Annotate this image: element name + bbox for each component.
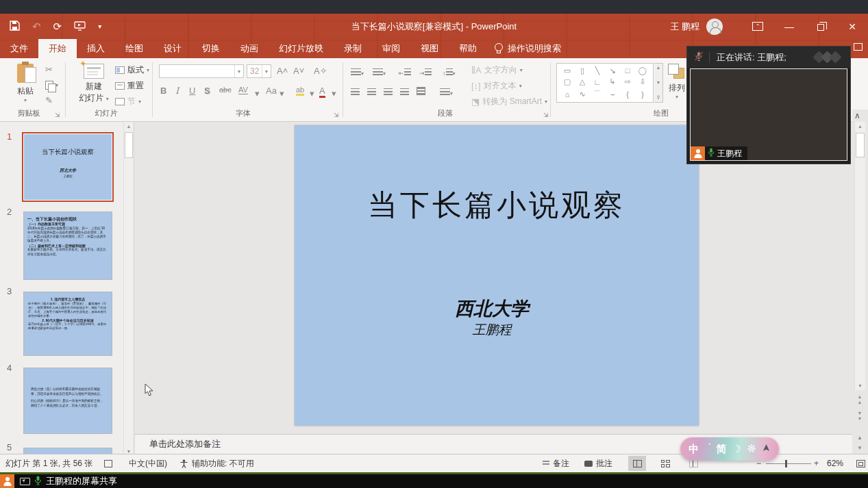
layout-button[interactable]: 版式▾ [115, 64, 149, 76]
highlight-color-dropdown[interactable]: ▾ [310, 88, 314, 99]
scroll-up-icon[interactable]: ▲ [855, 124, 865, 129]
ime-mode-chinese[interactable]: 中 [689, 443, 699, 456]
customize-qat-icon[interactable]: ▾ [98, 23, 101, 30]
shape-vertical-textbox-icon[interactable]: ▯ [580, 66, 584, 75]
copy-button[interactable]: ▾ [45, 81, 58, 90]
highlight-color-button[interactable]: ab [296, 86, 304, 96]
tab-help[interactable]: 帮助 [449, 39, 487, 58]
format-painter-button[interactable]: ✎ [45, 96, 53, 105]
theme-icon[interactable] [104, 454, 112, 472]
zoom-slider[interactable] [766, 463, 811, 464]
align-center-button[interactable] [367, 86, 376, 98]
slide-author-text[interactable]: 王鹏程 [295, 321, 689, 339]
paragraph-dialog-launcher[interactable]: ⇲ [543, 112, 549, 118]
grow-font-button[interactable]: A˄ [277, 66, 288, 76]
increase-indent-button[interactable]: ⇥ [419, 66, 432, 78]
restore-button[interactable] [805, 14, 836, 39]
redo-icon[interactable]: ⟳ [53, 21, 62, 31]
font-dialog-launcher[interactable]: ⇲ [334, 112, 339, 118]
shape-freeform-icon[interactable]: ⌂ [565, 90, 570, 99]
notes-scroll-up[interactable]: ▲ [854, 435, 865, 441]
next-slide-button[interactable]: ▼▼ [854, 411, 865, 421]
align-right-button[interactable] [384, 86, 393, 98]
shapes-gallery[interactable]: ▭ ▯ ╲ ↘ □ ◯ ▢ △ ∟ ↳ ⇨ ⇩ ⌂ ∿ ⌒ ⌣ { } [556, 63, 654, 103]
ime-settings-gear-icon[interactable] [747, 444, 756, 455]
ime-toolbar[interactable]: 中 ゜ 简 ☽ [680, 437, 779, 461]
slide-counter[interactable]: 幻灯片 第 1 张, 共 56 张 [5, 454, 92, 472]
slide-thumbnail-4[interactable]: 周恺才的《苔》以桥镇和重庆两种坐标交织开展叙事，浮现辛亥革命前后巴蜀风云与迥然不… [24, 368, 112, 433]
ribbon-display-options-icon[interactable]: ⌃ [742, 14, 773, 39]
arrange-button[interactable]: 排列 ▾ [663, 64, 691, 100]
bold-button[interactable]: B [160, 86, 166, 96]
ime-simplified[interactable]: 简 [716, 443, 726, 456]
save-icon[interactable] [10, 21, 20, 32]
slide-thumbnail-1[interactable]: 当下长篇小说观察 西北大学 王鹏程 [24, 134, 112, 200]
zoom-level[interactable]: 62% [827, 454, 843, 472]
italic-button[interactable]: I [175, 86, 179, 96]
shape-oval-icon[interactable]: ◯ [638, 66, 647, 75]
bullets-button[interactable]: ▾ [351, 66, 364, 78]
tab-review[interactable]: 审阅 [372, 39, 410, 58]
shape-right-arrow-icon[interactable]: ⇨ [624, 77, 630, 86]
language-indicator[interactable]: 中文(中国) [129, 454, 167, 472]
shape-triangle-icon[interactable]: △ [580, 77, 585, 86]
main-scrollbar[interactable]: ▲ ▼ [854, 122, 865, 390]
thumbnail-scrollbar[interactable]: ▲ ▼ [123, 122, 134, 456]
tab-record[interactable]: 录制 [334, 39, 372, 58]
columns-button[interactable]: ▾ [440, 86, 453, 98]
thumbnail-scrollbar-thumb[interactable] [125, 132, 133, 158]
tab-draw[interactable]: 绘图 [115, 39, 153, 58]
align-left-button[interactable] [351, 86, 360, 98]
shape-rounded-rect-icon[interactable]: ▢ [564, 77, 571, 86]
shape-scribble-icon[interactable]: ∿ [579, 90, 585, 99]
justify-button[interactable] [400, 86, 409, 98]
account-name[interactable]: 王 鹏程 [670, 21, 699, 33]
convert-smartart-button[interactable]: ⬔转换为 SmartArt▾ [471, 96, 547, 107]
font-size-combo[interactable]: 32▾ [247, 64, 271, 78]
font-color-button[interactable]: A [319, 86, 325, 98]
previous-slide-button[interactable]: ▲▲ [854, 394, 865, 404]
shape-down-arrow-icon[interactable]: ⇩ [639, 77, 645, 86]
current-slide[interactable]: 当下长篇小说观察 西北大学 王鹏程 [295, 125, 699, 426]
slide-title-text[interactable]: 当下长篇小说观察 [295, 185, 699, 225]
align-text-button[interactable]: [↕]对齐文本▾ [471, 80, 522, 92]
comments-toggle[interactable]: 批注 [584, 454, 612, 472]
cut-button[interactable]: ✂ [45, 65, 53, 74]
tell-me-search[interactable]: 操作说明搜索 [487, 39, 568, 58]
slide-org-text[interactable]: 西北大学 [295, 296, 689, 321]
shape-rectangle-icon[interactable]: □ [625, 66, 630, 75]
clear-formatting-button[interactable]: A✧ [314, 66, 327, 76]
collapse-ribbon-icon[interactable]: ∧ [854, 111, 860, 120]
shape-line-icon[interactable]: ╲ [595, 66, 600, 75]
normal-view-button[interactable] [628, 456, 646, 471]
underline-button[interactable]: U [189, 86, 195, 96]
reset-button[interactable]: 重置 [115, 80, 144, 92]
text-direction-button[interactable]: ⫼A文字方向▾ [471, 64, 523, 76]
section-button[interactable]: 节▾ [115, 96, 141, 107]
meeting-overlay[interactable]: 正在讲话: 王鹏程; 王鹏程 [687, 47, 850, 164]
numbering-button[interactable]: ▾ [373, 66, 386, 78]
shape-right-brace-icon[interactable]: } [641, 90, 644, 99]
line-spacing-button[interactable]: ↕▾ [443, 66, 456, 78]
shape-left-brace-icon[interactable]: { [626, 90, 629, 99]
meeting-header[interactable]: 正在讲话: 王鹏程; [687, 47, 850, 68]
ime-night-mode-icon[interactable]: ☽ [732, 443, 741, 455]
screen-share-icon[interactable] [20, 478, 30, 485]
tab-file[interactable]: 文件 [0, 39, 38, 58]
slide-thumbnail-2[interactable]: 一、当下长篇小说创作现状 （一）作品数量丰富可观 2018年长篇小说的出版数量已… [24, 212, 112, 279]
ime-skin-icon[interactable] [762, 444, 771, 454]
zoom-slider-thumb[interactable] [785, 460, 787, 467]
slide-sorter-view-button[interactable] [656, 456, 674, 471]
start-slideshow-icon[interactable] [74, 21, 86, 32]
scroll-down-icon[interactable]: ▼ [855, 383, 865, 388]
shape-arc-icon[interactable]: ⌒ [594, 89, 602, 99]
paste-button[interactable]: 粘贴 ▾ [10, 64, 41, 103]
close-button[interactable]: ✕ [836, 14, 868, 39]
main-scrollbar-thumb[interactable] [856, 133, 865, 157]
shape-curve-icon[interactable]: ⌣ [610, 90, 615, 99]
notes-scroll-down[interactable]: ▼ [854, 446, 865, 452]
tab-insert[interactable]: 插入 [77, 39, 115, 58]
shape-textbox-icon[interactable]: ▭ [564, 66, 571, 75]
account-avatar[interactable] [706, 18, 723, 35]
character-spacing-button[interactable]: AV [238, 86, 248, 94]
